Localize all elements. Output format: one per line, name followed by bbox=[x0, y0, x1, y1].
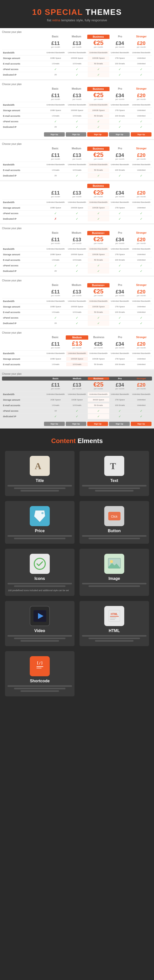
button-element-name: Button bbox=[82, 529, 146, 533]
price-stronger-3: £20 per month bbox=[130, 153, 152, 160]
feature-storage-4: Storage amount 100B Space 100GB Space 10… bbox=[2, 205, 152, 210]
button-icon: Click bbox=[107, 511, 121, 521]
feature-cpanel-6: cPanel access ✓ ✓ ✓ ✓ ✓ bbox=[2, 315, 152, 320]
signup-button-business-8[interactable]: Sign Up bbox=[87, 422, 108, 426]
pricing-section: Choose your plan Basic Medium Business P… bbox=[0, 28, 154, 428]
col-business-5: Business+ bbox=[87, 231, 110, 235]
content-section-title: Content Elments bbox=[5, 437, 149, 445]
col-business-3: Business bbox=[87, 146, 110, 151]
svg-text:HTML: HTML bbox=[111, 613, 118, 616]
svg-text:T: T bbox=[110, 461, 116, 471]
title-desc-bar-3 bbox=[20, 490, 59, 492]
price-element-name: Price bbox=[8, 529, 72, 533]
price-medium-3: £13 per month bbox=[66, 153, 88, 160]
video-icon-box bbox=[30, 606, 50, 626]
signup-button-pro-8[interactable]: Sign Up bbox=[109, 422, 130, 426]
price-business-2: €25 per month bbox=[88, 92, 109, 100]
shortcode-desc-bar-1 bbox=[8, 685, 72, 687]
feature-dedicated-5: Dedicated IP 20 ✓ ✓ ✓ ✓ bbox=[2, 268, 152, 274]
content-elements-section: Content Elments A Title T Text bbox=[0, 430, 154, 704]
button-row-8: Sign Up Sign Up Sign Up Sign Up Sign Up bbox=[2, 420, 152, 426]
button-row-2: Sign Up Sign Up Sign Up Sign Up Sign Up bbox=[2, 131, 152, 137]
col-basic-1: Basic bbox=[44, 35, 66, 39]
price-stronger-2: £20 per month bbox=[130, 93, 152, 100]
col-stronger-2: Stronger bbox=[131, 87, 152, 91]
feature-email-6: E-mail accounts 1 Emails 10 Emails 50 Em… bbox=[2, 309, 152, 315]
feature-storage-7: Storage amount 100B Space 100GB Space 10… bbox=[2, 356, 152, 361]
video-desc-bar-3 bbox=[20, 640, 59, 642]
col-basic-8-lbl: Basic bbox=[45, 377, 66, 380]
title-desc-bar-2 bbox=[14, 487, 66, 489]
svg-text:Click: Click bbox=[111, 515, 118, 519]
html-element-name: HTML bbox=[82, 628, 146, 633]
feature-bandwidth-2: Bandwidth Unlimited Bandwidth Unlimited … bbox=[2, 102, 152, 107]
col-business-4: Business bbox=[87, 184, 110, 188]
col-medium-3: Medium bbox=[66, 146, 87, 151]
plan-headers-6: Basic Medium Business+ Pro Stronger bbox=[2, 283, 152, 288]
element-card-video: Video bbox=[5, 601, 74, 646]
text-desc-bar-1 bbox=[82, 485, 146, 487]
price-stronger-5: £20 per month bbox=[130, 237, 152, 245]
choose-plan-label-3: Choose your plan bbox=[2, 143, 152, 145]
col-pro-5: Pro bbox=[110, 231, 131, 235]
price-basic-7: £11 per month bbox=[45, 341, 66, 349]
feature-storage-6: Storage amount 100B Space 100GB Space 10… bbox=[2, 304, 152, 309]
video-icon bbox=[33, 610, 47, 622]
feature-email-3: E-mail accounts 1 Emails 10 Emails 50 Em… bbox=[2, 167, 152, 173]
col-stronger-1: Stronger bbox=[131, 35, 152, 39]
price-pro-3: £34 per month bbox=[109, 153, 131, 160]
col-medium-8-lbl: Medium bbox=[66, 377, 88, 380]
signup-button-medium-2[interactable]: Sign Up bbox=[66, 132, 86, 137]
price-pro-2: £34 per month bbox=[109, 93, 131, 100]
icons-preview-icon bbox=[33, 557, 47, 571]
plan-headers-5: Basic Medium Business+ Pro Stronger bbox=[2, 231, 152, 235]
signup-button-stronger-2[interactable]: Sign Up bbox=[131, 132, 151, 137]
text-icon: T bbox=[108, 460, 121, 472]
price-basic-5: £11 per month bbox=[45, 237, 66, 245]
price-row-1: £11 per month £13 per month €25 per mont… bbox=[2, 40, 152, 48]
feature-dedicated-1: Dedicated IP 20 ✓ ✓ ✓ ✓ bbox=[2, 72, 152, 77]
price-row-7: £11 per month £13 per month €25 per mont… bbox=[2, 340, 152, 349]
title-element-name: Title bbox=[8, 479, 72, 483]
signup-button-pro-2[interactable]: Sign Up bbox=[109, 132, 130, 137]
signup-button-medium-8[interactable]: Sign Up bbox=[66, 422, 86, 426]
feature-bandwidth-8: Bandwidth Unlimited Bandwidth Unlimited … bbox=[2, 391, 152, 397]
price-icon-box bbox=[30, 506, 50, 526]
plan-headers-1: Basic Medium Business Pro Stronger bbox=[2, 35, 152, 39]
price-desc-bar-2 bbox=[14, 538, 66, 539]
icons-element-name: Icons bbox=[8, 576, 72, 581]
html-desc-bar-2 bbox=[88, 638, 140, 639]
btn-cell-business-8: Sign Up bbox=[87, 420, 108, 426]
image-icon bbox=[107, 557, 121, 570]
shortcode-desc-bar-3 bbox=[20, 690, 59, 692]
choose-plan-label-2: Choose your plan bbox=[2, 83, 152, 86]
col-pro-3: Pro bbox=[110, 146, 131, 151]
feature-storage-1: Storage amount 100B Space 100GB Space 10… bbox=[2, 55, 152, 61]
content-title-highlight: Content bbox=[51, 437, 76, 445]
feature-bandwidth-5: Bandwidth Unlimited Bandwidth Unlimited … bbox=[2, 246, 152, 251]
shortcode-element-name: Shortcode bbox=[8, 679, 72, 683]
element-card-text: T Text bbox=[80, 451, 149, 496]
page-title: 10 SPECIAL THEMES bbox=[5, 8, 149, 17]
col-medium-6: Medium bbox=[66, 283, 87, 288]
signup-button-basic-2[interactable]: Sign Up bbox=[44, 132, 65, 137]
feature-storage-5: Storage amount 100B Space 100GB Space 10… bbox=[2, 251, 152, 257]
pricing-table-2: Choose your plan Basic Medium Business P… bbox=[0, 80, 154, 139]
price-pro-4: £34 per month bbox=[109, 190, 131, 198]
btn-cell-basic-8: Sign Up bbox=[44, 420, 65, 426]
signup-button-business-2[interactable]: Sign Up bbox=[87, 132, 108, 137]
price-basic-1: £11 per month bbox=[45, 41, 66, 48]
image-desc-bar-1 bbox=[82, 583, 146, 584]
price-basic-8: £11 per month bbox=[45, 382, 66, 390]
icons-extra-text: 100 predefined icons included and additi… bbox=[8, 588, 72, 592]
feature-bandwidth-1: Bandwidth Unlimited Bandwidth Unlimited … bbox=[2, 50, 152, 55]
element-card-title: A Title bbox=[5, 451, 74, 496]
feature-cpanel-1: cPanel access ✓ ✓ ✓ ✓ ✓ bbox=[2, 66, 152, 72]
image-desc-bar-2 bbox=[88, 585, 140, 587]
feature-cpanel-5: cPanel access ✓ ✓ ✓ ✓ ✓ bbox=[2, 262, 152, 268]
price-medium-8: £13 per month bbox=[66, 382, 88, 390]
col-basic-6: Basic bbox=[44, 283, 66, 288]
signup-button-basic-8[interactable]: Sign Up bbox=[44, 422, 65, 426]
signup-button-stronger-8[interactable]: Sign Up bbox=[131, 422, 151, 426]
price-row-8: £11 per month £13 per month €25 per mont… bbox=[2, 382, 152, 390]
